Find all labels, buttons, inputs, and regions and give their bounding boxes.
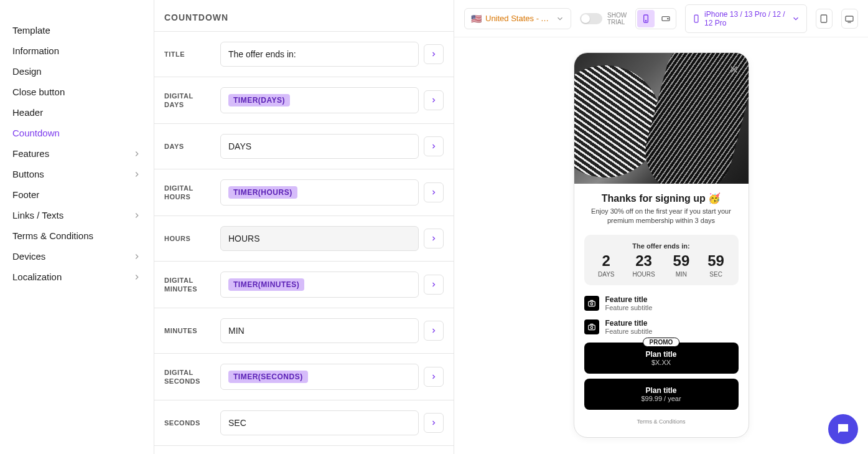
- sidebar-item-footer[interactable]: Footer: [0, 184, 154, 205]
- toggle-switch[interactable]: [580, 13, 602, 24]
- sidebar-item-label: Buttons: [12, 169, 44, 179]
- chevron-right-icon: [133, 252, 141, 261]
- expand-button[interactable]: [424, 229, 444, 248]
- plan-title: Plan title: [592, 386, 731, 395]
- device-select[interactable]: iPhone 13 / 13 Pro / 12 / 12 Pro: [685, 4, 807, 33]
- input-value: The offer ends in:: [228, 49, 296, 59]
- camera-icon: [584, 319, 599, 334]
- sidebar-item-label: Close button: [12, 87, 65, 97]
- promo-badge: PROMO: [643, 338, 680, 347]
- svg-rect-11: [588, 301, 595, 306]
- intercom-button[interactable]: [828, 414, 858, 444]
- sidebar-item-label: Template: [12, 25, 50, 35]
- sidebar-item-devices[interactable]: Devices: [0, 246, 154, 267]
- digital-days-input[interactable]: TIMER(DAYS): [220, 87, 419, 113]
- digital-seconds-input[interactable]: TIMER(SECONDS): [220, 364, 419, 390]
- sidebar-item-label: Devices: [12, 251, 45, 262]
- chevron-right-icon: [133, 170, 141, 179]
- sidebar-item-label: Localization: [12, 272, 62, 282]
- portrait-button[interactable]: [637, 10, 655, 27]
- expand-button[interactable]: [424, 367, 444, 387]
- chevron-right-icon: [133, 211, 141, 220]
- expand-button[interactable]: [424, 136, 444, 156]
- hours-input[interactable]: HOURS: [220, 226, 419, 251]
- expand-button[interactable]: [424, 90, 444, 110]
- field-hours: HOURS HOURS: [154, 216, 454, 262]
- sidebar-item-localization[interactable]: Localization: [0, 267, 154, 287]
- field-days: DAYS DAYS: [154, 124, 454, 169]
- countdown-widget: The offer ends in: 2DAYS 23HOURS 59MIN 5…: [584, 235, 739, 285]
- countdown-label: DAYS: [598, 271, 615, 278]
- terms-link[interactable]: Terms & Conditions: [584, 415, 739, 431]
- countdown-label: SEC: [707, 271, 724, 278]
- sidebar-item-label: Countdown: [12, 128, 60, 138]
- field-label: MINUTES: [164, 326, 213, 335]
- field-label: DIGITAL SECONDS: [164, 368, 213, 386]
- sidebar-item-buttons[interactable]: Buttons: [0, 164, 154, 184]
- flag-icon: 🇺🇸: [471, 14, 482, 24]
- feature-subtitle: Feature subtitle: [605, 328, 653, 335]
- digital-minutes-input[interactable]: TIMER(MINUTES): [220, 272, 419, 298]
- country-label: United States - Ap...: [485, 14, 552, 23]
- sidebar-item-header[interactable]: Header: [0, 102, 154, 123]
- field-digital-hours: DIGITAL HOURS TIMER(HOURS): [154, 169, 454, 216]
- svg-point-6: [668, 18, 668, 19]
- chevron-down-icon: [791, 14, 800, 23]
- field-digital-days: DIGITAL DAYS TIMER(DAYS): [154, 77, 454, 124]
- sidebar-item-label: Design: [12, 66, 42, 77]
- sidebar-item-template[interactable]: Template: [0, 20, 154, 40]
- digital-hours-input[interactable]: TIMER(HOURS): [220, 179, 419, 206]
- plan-title: Plan title: [592, 350, 731, 359]
- feature-item: Feature titleFeature subtitle: [584, 319, 739, 335]
- sidebar: Template Information Design Close button…: [0, 0, 154, 454]
- close-icon[interactable]: ✕: [729, 63, 739, 77]
- seconds-input[interactable]: SEC: [220, 410, 419, 435]
- phone-preview: ✕ Thanks for signing up 🥳 Enjoy 30% off …: [574, 52, 749, 438]
- field-label: DIGITAL MINUTES: [164, 276, 213, 294]
- sidebar-item-information[interactable]: Information: [0, 40, 154, 61]
- sidebar-item-features[interactable]: Features: [0, 143, 154, 164]
- expand-button[interactable]: [424, 182, 444, 202]
- plan-option[interactable]: Plan title$99.99 / year: [584, 379, 739, 410]
- expand-button[interactable]: [424, 413, 444, 433]
- plan-list: PROMO Plan title$X.XX Plan title$99.99 /…: [584, 343, 739, 410]
- svg-rect-13: [588, 325, 595, 330]
- feature-title: Feature title: [605, 319, 653, 328]
- preview-title: Thanks for signing up 🥳: [584, 192, 739, 204]
- minutes-input[interactable]: MIN: [220, 318, 419, 343]
- expand-button[interactable]: [424, 275, 444, 295]
- sidebar-item-terms[interactable]: Terms & Conditions: [0, 225, 154, 246]
- countdown-label: MIN: [673, 271, 690, 278]
- plan-option[interactable]: Plan title$X.XX: [584, 343, 739, 374]
- field-label: TITLE: [164, 50, 213, 59]
- field-label: SECONDS: [164, 419, 213, 427]
- sidebar-item-label: Terms & Conditions: [12, 230, 93, 241]
- expand-button[interactable]: [424, 321, 444, 341]
- feature-title: Feature title: [605, 295, 653, 304]
- tablet-button[interactable]: [816, 9, 833, 29]
- sidebar-item-label: Links / Texts: [12, 210, 63, 220]
- countdown-days: 2DAYS: [598, 252, 615, 278]
- countdown-number: 59: [673, 252, 690, 270]
- sidebar-item-label: Features: [12, 148, 49, 159]
- chevron-right-icon: [133, 149, 141, 158]
- countdown-number: 23: [632, 252, 655, 270]
- title-input[interactable]: The offer ends in:: [220, 42, 419, 67]
- landscape-button[interactable]: [657, 10, 674, 27]
- sidebar-item-close-button[interactable]: Close button: [0, 82, 154, 102]
- orientation-group: [635, 8, 676, 29]
- sidebar-item-countdown[interactable]: Countdown: [0, 123, 154, 143]
- sidebar-item-design[interactable]: Design: [0, 61, 154, 82]
- input-value: DAYS: [228, 141, 251, 151]
- preview-pane: 🇺🇸 United States - Ap... SHOWTRIAL iPhon…: [454, 0, 868, 454]
- days-input[interactable]: DAYS: [220, 134, 419, 159]
- field-title: TITLE The offer ends in:: [154, 32, 454, 77]
- tv-button[interactable]: [841, 9, 858, 29]
- country-select[interactable]: 🇺🇸 United States - Ap...: [464, 8, 571, 29]
- svg-point-14: [590, 326, 593, 329]
- feature-item: Feature titleFeature subtitle: [584, 295, 739, 311]
- chat-icon: [836, 422, 851, 437]
- expand-button[interactable]: [424, 44, 444, 64]
- sidebar-item-links-texts[interactable]: Links / Texts: [0, 205, 154, 225]
- sidebar-item-label: Information: [12, 45, 59, 56]
